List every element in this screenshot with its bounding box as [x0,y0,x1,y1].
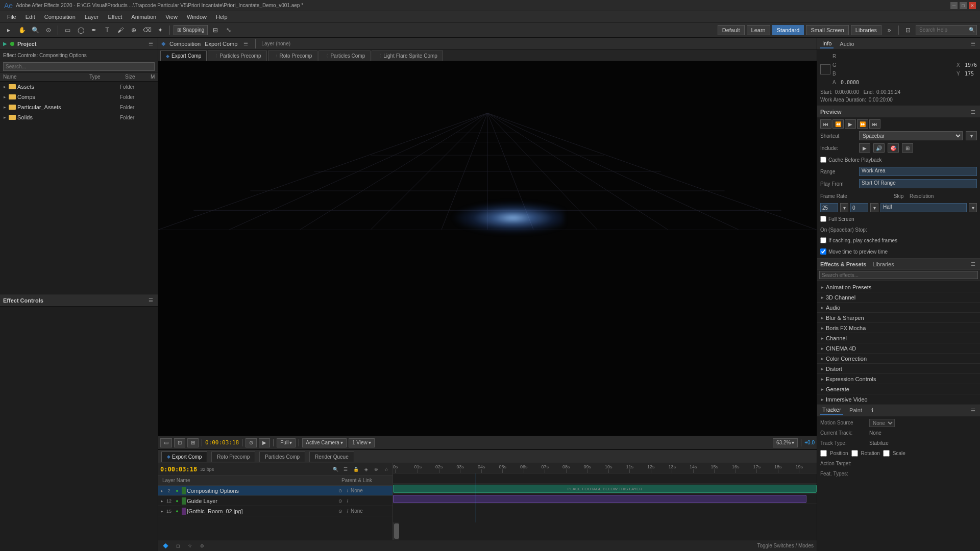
shortcut-select[interactable]: Spacebar [859,131,963,140]
full-screen-checkbox[interactable] [820,216,826,222]
tab-audio[interactable]: Audio [838,40,856,48]
tl-label-btn[interactable]: ◈ [362,465,370,473]
ellipse-tool[interactable]: ◯ [75,24,86,36]
eraser-tool[interactable]: ⌫ [141,24,153,36]
effect-category-color-correction[interactable]: ▸Color Correction [817,354,980,364]
tab-extra[interactable]: ℹ [871,407,873,414]
include-video[interactable]: ▶ [859,143,870,153]
tl-marker-btn[interactable]: ⊕ [372,465,380,473]
selection-tool[interactable]: ▸ [3,24,14,36]
minimize-button[interactable]: ─ [950,2,958,9]
menu-item-layer[interactable]: Layer [81,13,103,21]
layer-visibility-btn[interactable]: ● [174,487,181,494]
menu-item-edit[interactable]: Edit [21,13,39,21]
effect-category-audio[interactable]: ▸Audio [817,303,980,313]
vp-view-count-btn[interactable]: 1 View ▾ [349,438,375,447]
camera-tool[interactable]: ⊙ [43,24,54,36]
tl-options-btn[interactable]: ☰ [341,465,350,473]
tl-lock-btn[interactable]: 🔒 [352,465,360,473]
menu-item-window[interactable]: Window [183,13,211,21]
new-solid-btn[interactable]: ◻ [174,542,182,550]
layer-row-0[interactable]: ▸2●Compositing Options⊙/None [158,486,393,496]
tree-item-particular-assets[interactable]: ▸Particular_AssetsFolder [0,102,158,112]
puppet-tool[interactable]: ✦ [155,24,166,36]
rect-tool[interactable]: ▭ [62,24,73,36]
footage-layer-bar[interactable] [393,495,806,503]
new-null-btn[interactable]: ☆ [186,542,194,550]
workspace-default[interactable]: Default [718,25,745,35]
include-audio[interactable]: 🔊 [873,143,885,153]
zoom-tool[interactable]: 🔍 [30,24,41,36]
tl-tab-render-queue[interactable]: Render Queue [309,452,354,462]
move-time-checkbox[interactable] [820,248,826,255]
maximize-button[interactable]: □ [960,2,967,9]
effect-category-distort[interactable]: ▸Distort [817,364,980,374]
effect-category-generate[interactable]: ▸Generate [817,384,980,394]
skip-to-start-btn[interactable]: ⏮ [820,119,831,129]
effect-category-immersive-video[interactable]: ▸Immersive Video [817,394,980,405]
comp-tab-4[interactable]: 〈Light Flare Sprite Comp [372,51,443,61]
scroll-thumb[interactable] [394,523,399,539]
menu-item-composition[interactable]: Composition [40,13,80,21]
workspace-more[interactable]: » [884,24,895,36]
comp-tab-0[interactable]: ◆Export Comp [160,51,207,61]
menu-item-view[interactable]: View [161,13,182,21]
frame-rate-input[interactable] [820,203,838,212]
skip-to-end-btn[interactable]: ⏭ [869,119,880,129]
new-comp-btn[interactable]: 🔷 [161,542,169,550]
tab-tracker[interactable]: Tracker [820,406,843,415]
tl-tab-0[interactable]: ◆Export Comp [161,452,207,462]
if-caching-checkbox[interactable] [820,237,826,243]
vp-3d-btn[interactable]: ⊡ [174,438,185,447]
info-panel-menu[interactable]: ☰ [969,40,977,48]
tab-paint[interactable]: Paint [847,406,864,414]
motion-source-select[interactable]: None [869,419,895,427]
pen-tool[interactable]: ✒ [88,24,100,36]
search-help-input[interactable] [916,25,977,35]
cache-checkbox[interactable] [820,157,826,163]
paint-tool[interactable]: 🖌 [115,24,126,36]
workspace-learn[interactable]: Learn [747,25,770,35]
workspace-small-screen[interactable]: Small Screen [806,25,848,35]
effects-libraries-tab[interactable]: Libraries [873,261,894,267]
delete-btn[interactable]: ⊕ [198,542,206,550]
layer-row-1[interactable]: ▸12●Guide Layer⊙/ [158,496,393,506]
comp-tab-1[interactable]: 〈Particles Precomp [208,51,266,61]
hand-tool[interactable]: ✋ [16,24,28,36]
effect-category-animation-presets[interactable]: ▸Animation Presets [817,282,980,292]
vp-zoom-btn[interactable]: 63.2% ▾ [773,438,798,447]
include-ext[interactable]: ⊞ [902,143,913,153]
effect-category-blur---sharpen[interactable]: ▸Blur & Sharpen [817,313,980,323]
range-dropdown[interactable]: Work Area [859,167,977,176]
play-from-dropdown[interactable]: Start Of Range [859,179,977,188]
motion-tool[interactable]: ⤡ [223,24,234,36]
effect-category-cinema-4d[interactable]: ▸CINEMA 4D [817,343,980,354]
tab-info[interactable]: Info [820,39,834,48]
tl-solo-btn[interactable]: ☆ [382,465,390,473]
layer-row-2[interactable]: ▸15●[Gothic_Room_02.jpg]⊙/None [158,506,393,516]
playhead[interactable] [476,473,476,522]
skip-dropdown[interactable]: ▾ [870,203,878,212]
close-button[interactable]: ✕ [969,2,976,9]
effect-category-3d-channel[interactable]: ▸3D Channel [817,292,980,303]
timeline-scrollbar[interactable] [393,522,399,540]
menu-item-effect[interactable]: Effect [104,13,126,21]
vp-camera-btn[interactable]: Active Camera ▾ [302,438,347,447]
workspace-libraries[interactable]: Libraries [851,25,881,35]
project-panel-menu[interactable]: ☰ [146,40,155,48]
resolution-dropdown[interactable]: Half [880,203,967,212]
comp-tab-2[interactable]: 〈Roto Precomp [268,51,318,61]
effect-controls-menu[interactable]: ☰ [146,296,155,305]
viewport[interactable] [158,61,817,436]
vp-snap-btn[interactable]: ⊙ [246,438,257,447]
skip-input[interactable] [850,203,868,212]
timeline-content[interactable]: PLACE FOOTAGE BELOW THIS LAYER [393,473,817,522]
vp-region-btn[interactable]: ▭ [160,438,172,447]
tl-tab-1[interactable]: Roto Precomp [211,452,255,462]
extension-btn[interactable]: ⊡ [902,24,914,36]
stamp-tool[interactable]: ⊕ [128,24,139,36]
workspace-standard[interactable]: Standard [772,25,804,35]
align-tool[interactable]: ⊟ [210,24,221,36]
effect-category-channel[interactable]: ▸Channel [817,333,980,343]
res-dropdown[interactable]: ▾ [969,203,977,212]
